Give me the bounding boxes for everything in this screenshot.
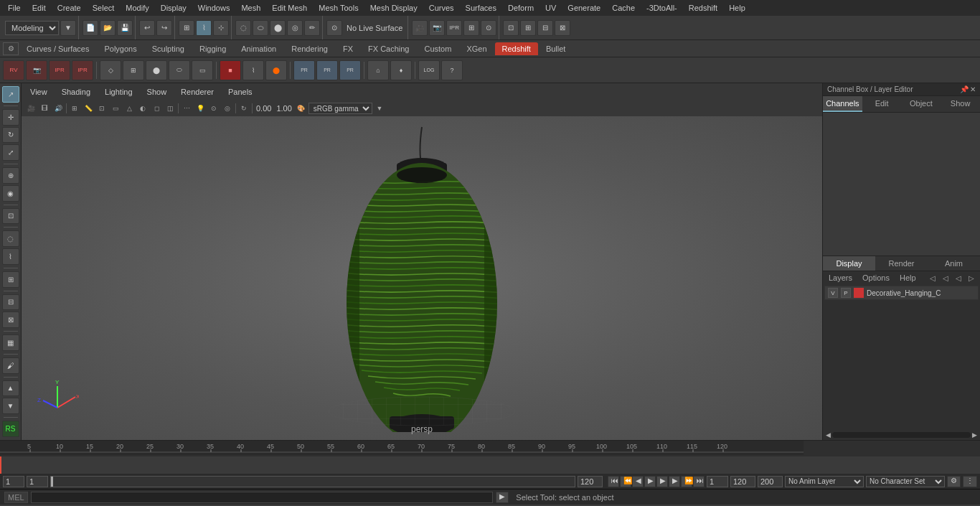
vp-ao-btn[interactable]: ◎ [221, 102, 234, 115]
rotate-tool-btn[interactable]: ↻ [2, 127, 19, 144]
menu-mesh-tools[interactable]: Mesh Tools [314, 2, 363, 14]
play-fwd-btn[interactable]: ▶ [656, 476, 668, 487]
shelf-tab-curves-surfaces[interactable]: Curves / Surfaces [19, 42, 96, 55]
prev-key-btn[interactable]: ⏪ [620, 476, 631, 487]
shelf-icon-help[interactable]: ? [441, 60, 463, 80]
vp-shadow-btn[interactable]: ⊙ [207, 102, 220, 115]
shelf-tab-animation[interactable]: Animation [234, 42, 283, 55]
menu-windows[interactable]: Windows [193, 2, 235, 14]
menu-display[interactable]: Display [156, 2, 192, 14]
next-frame-btn[interactable]: ▶ [669, 476, 680, 487]
pencil-btn[interactable]: ✏ [304, 20, 320, 36]
vp-aa-btn[interactable]: ⋯ [180, 102, 193, 115]
vp-box-btn[interactable]: ▭ [109, 102, 122, 115]
timeline-bar[interactable] [0, 456, 980, 474]
maximize-btn[interactable]: ⊡ [503, 20, 519, 36]
custom2-btn[interactable]: ⊟ [2, 294, 19, 311]
shelf-tab-rendering[interactable]: Rendering [284, 42, 335, 55]
undo-btn[interactable]: ↩ [139, 20, 155, 36]
display-btn[interactable]: ⊞ [463, 20, 479, 36]
current-frame-field[interactable] [27, 476, 48, 487]
vp-menu-view[interactable]: View [26, 86, 52, 98]
layer-icon-3[interactable]: ◁ [953, 274, 964, 282]
paint-effects-btn[interactable]: 🖌 [2, 357, 19, 374]
cb-pin-btn[interactable]: 📌 [960, 85, 969, 93]
shelf-icon-ipr[interactable]: IPR [49, 60, 70, 80]
no-anim-layer-select[interactable]: No Anim Layer [785, 476, 864, 487]
layer-tab-display[interactable]: Display [823, 256, 875, 271]
mode-select[interactable]: Modeling [5, 21, 59, 35]
region-btn[interactable]: ▦ [2, 334, 19, 351]
vp-shade-btn[interactable]: ◐ [136, 102, 149, 115]
help-menu[interactable]: Help [897, 273, 919, 283]
vp-grid-btn[interactable]: ⊞ [68, 102, 81, 115]
shelf-icon-plane[interactable]: ▭ [192, 60, 213, 80]
next-key-btn[interactable]: ⏩ [681, 476, 692, 487]
shelf-tab-rigging[interactable]: Rigging [192, 42, 233, 55]
custom3-btn[interactable]: ⊠ [2, 311, 19, 328]
down-icon-btn[interactable]: ▼ [2, 398, 19, 414]
camera-btn[interactable]: 🎥 [412, 20, 428, 36]
anim-pref-btn[interactable]: ⚙ [947, 476, 961, 487]
vp-texture-btn[interactable]: ◫ [164, 102, 176, 115]
vp-light-btn[interactable]: 💡 [194, 102, 207, 115]
universal-tool-btn[interactable]: ⊕ [2, 167, 19, 184]
shelf-tab-redshift[interactable]: Redshift [495, 42, 538, 55]
cb-close-btn[interactable]: ✕ [970, 85, 976, 93]
vp-menu-panels[interactable]: Panels [224, 86, 257, 98]
vp-audio-btn[interactable]: 🔊 [52, 102, 65, 115]
vp-rotate-btn[interactable]: ↻ [237, 102, 250, 115]
shelf-tab-xgen[interactable]: XGen [459, 42, 494, 55]
cb-tab-show[interactable]: Show [941, 96, 980, 112]
3d-scene[interactable]: X Y Z persp [22, 116, 822, 440]
layer-v-btn[interactable]: V [828, 288, 838, 298]
shelf-settings-btn[interactable]: ⚙ [3, 42, 19, 55]
shelf-icon-rv[interactable]: RV [3, 60, 24, 80]
anim-extra-btn[interactable]: ⋮ [963, 476, 977, 487]
prev-frame-btn[interactable]: ◀ [632, 476, 644, 487]
shelf-icon-log[interactable]: LOG [418, 60, 440, 80]
shelf-icon-rs-sphere[interactable]: ⬤ [265, 60, 287, 80]
layer-icon-4[interactable]: ▷ [966, 274, 977, 282]
show-manip-btn[interactable]: ⊡ [2, 208, 19, 225]
shelf-icon-bowl[interactable]: ⌂ [367, 60, 389, 80]
new-scene-btn[interactable]: 📄 [83, 20, 98, 36]
script-run-btn[interactable]: ▶ [496, 492, 509, 503]
layer-scroll-track[interactable] [832, 432, 971, 438]
up-icon-btn[interactable]: ▲ [2, 380, 19, 397]
vp-ruler-btn[interactable]: 📏 [82, 102, 95, 115]
options-menu[interactable]: Options [859, 273, 892, 283]
play-back-btn[interactable]: ▶ [644, 476, 656, 487]
menu-mesh-display[interactable]: Mesh Display [365, 2, 423, 14]
menu-redshift[interactable]: Redshift [684, 2, 722, 14]
shelf-tab-custom[interactable]: Custom [418, 42, 459, 55]
frame-end-btn[interactable]: ⏭ [693, 476, 705, 487]
shelf-icon-ipr2[interactable]: IPR [72, 60, 93, 80]
layers-menu[interactable]: Layers [826, 273, 855, 283]
scale-tool-btn[interactable]: ⤢ [2, 144, 19, 161]
vp-menu-renderer[interactable]: Renderer [176, 86, 218, 98]
layer-p-btn[interactable]: P [841, 288, 851, 298]
layout2-btn[interactable]: ⊟ [537, 20, 553, 36]
cb-tab-object[interactable]: Object [902, 96, 941, 112]
redo-btn[interactable]: ↪ [156, 20, 172, 36]
menu-mesh[interactable]: Mesh [236, 2, 265, 14]
soft-select-btn[interactable]: ◉ [2, 185, 19, 202]
shelf-tab-polygons[interactable]: Polygons [97, 42, 143, 55]
timeline-scrubber[interactable] [0, 456, 1, 474]
anim-end-field[interactable] [578, 476, 603, 487]
shelf-tab-fx[interactable]: FX [336, 42, 360, 55]
shelf-icon-pr2[interactable]: PR [316, 60, 338, 80]
menu-file[interactable]: File [3, 2, 26, 14]
shelf-icon-cylinder[interactable]: ⬭ [169, 60, 190, 80]
vp-filmcam-btn[interactable]: 🎞 [38, 102, 51, 115]
menu-surfaces[interactable]: Surfaces [461, 2, 501, 14]
shelf-icon-pr3[interactable]: PR [339, 60, 361, 80]
gamma-select[interactable]: sRGB gamma [308, 103, 372, 114]
shelf-tab-bullet[interactable]: Bullet [539, 42, 573, 55]
mode-dropdown-btn[interactable]: ▼ [60, 20, 76, 36]
shelf-tab-sculpting[interactable]: Sculpting [145, 42, 192, 55]
menu-edit[interactable]: Edit [27, 2, 51, 14]
range-end-num[interactable] [730, 476, 755, 487]
move-tool-btn[interactable]: ✛ [2, 109, 19, 126]
